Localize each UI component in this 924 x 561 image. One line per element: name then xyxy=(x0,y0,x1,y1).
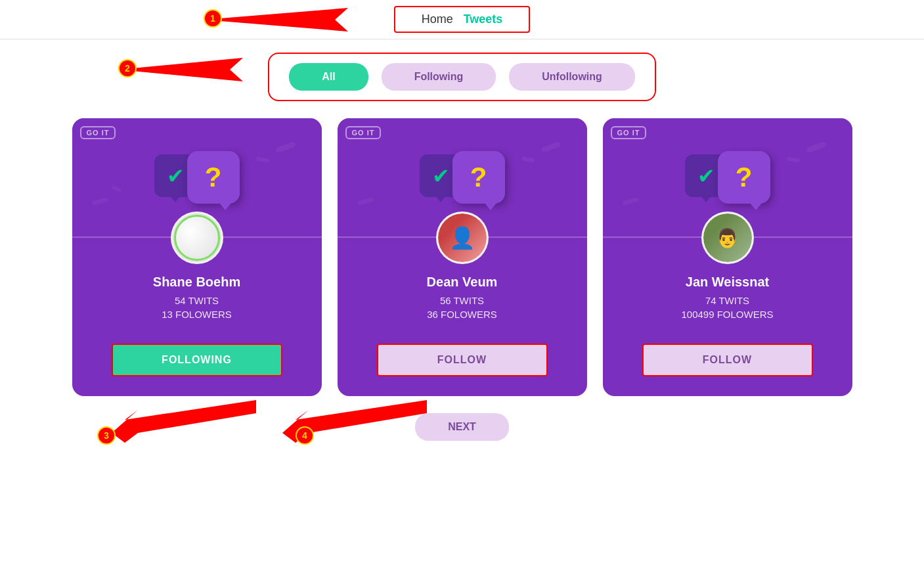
check-mark-1: ✔ xyxy=(432,164,450,189)
arrow-2-indicator xyxy=(118,58,263,81)
quiz-icon-0: ✔ ? xyxy=(154,151,240,204)
card-body-0: Shane Boehm 54 TWITS 13 FOLOWERS xyxy=(72,264,322,333)
card-body-1: Dean Veum 56 TWITS 36 FOLOWERS xyxy=(338,264,587,333)
filter-section: 2 All Following Unfollowing xyxy=(0,39,924,108)
question-mark-1: ? xyxy=(470,162,487,193)
user-card-2: GO IT ✔ ? 👨 Jan Weissnat 74 TWITS 100499… xyxy=(603,118,852,396)
followers-2: 100499 FOLOWERS xyxy=(616,309,839,320)
top-nav: 1 Home Tweets xyxy=(0,0,924,39)
card-footer-2: FOLLOW xyxy=(603,333,852,376)
arrow-1-indicator xyxy=(204,8,374,32)
avatar-egg-0 xyxy=(174,215,220,261)
avatar-wrapper-1: 👤 xyxy=(338,212,587,264)
filter-unfollowing-button[interactable]: Unfollowing xyxy=(509,63,635,91)
nav-home: Home xyxy=(422,12,453,26)
avatar-dean-1: 👤 xyxy=(438,213,487,262)
cards-section: GO IT ✔ ? Shane Boehm 54 TWITS xyxy=(0,108,924,407)
check-mark-2: ✔ xyxy=(697,164,715,189)
goit-badge-1: GO IT xyxy=(345,126,382,139)
twits-1: 56 TWITS xyxy=(351,295,574,306)
card-footer-0: FOLLOWING xyxy=(72,333,322,376)
goit-badge-2: GO IT xyxy=(611,126,647,139)
question-bubble-2: ? xyxy=(718,151,770,204)
avatar-2: 👨 xyxy=(701,212,754,264)
svg-marker-2 xyxy=(112,400,256,443)
next-button[interactable]: NEXT xyxy=(415,413,509,441)
nav-box: Home Tweets xyxy=(394,6,531,33)
avatar-wrapper-0 xyxy=(72,212,322,264)
question-mark-0: ? xyxy=(205,162,222,193)
badge-3: 3 xyxy=(97,426,116,445)
user-card-1: GO IT ✔ ? 👤 Dean Veum 56 TWITS 36 FOLOWE… xyxy=(338,118,587,396)
follow-button-1[interactable]: FOLLOW xyxy=(377,344,548,376)
question-mark-2: ? xyxy=(736,162,753,193)
svg-marker-0 xyxy=(204,8,348,32)
bottom-section: 3 NEXT 4 xyxy=(0,407,924,447)
nav-tweets[interactable]: Tweets xyxy=(464,12,503,26)
check-mark-0: ✔ xyxy=(167,164,185,189)
filter-all-button[interactable]: All xyxy=(289,63,368,91)
follow-button-0[interactable]: FOLLOWING xyxy=(112,344,282,376)
badge-4: 4 xyxy=(296,426,314,445)
goit-badge-0: GO IT xyxy=(80,126,116,139)
user-name-0: Shane Boehm xyxy=(85,275,309,290)
avatar-0 xyxy=(171,212,223,264)
badge-2: 2 xyxy=(118,59,137,78)
user-name-1: Dean Veum xyxy=(351,275,574,290)
follow-button-2[interactable]: FOLLOW xyxy=(642,344,813,376)
twits-2: 74 TWITS xyxy=(616,295,839,306)
followers-0: 13 FOLOWERS xyxy=(85,309,309,320)
avatar-jan-2: 👨 xyxy=(703,213,752,262)
avatar-wrapper-2: 👨 xyxy=(603,212,852,264)
avatar-1: 👤 xyxy=(436,212,489,264)
twits-0: 54 TWITS xyxy=(85,295,309,306)
svg-marker-1 xyxy=(118,58,243,81)
badge-1: 1 xyxy=(204,9,222,28)
question-bubble-0: ? xyxy=(187,151,240,204)
question-bubble-1: ? xyxy=(452,151,505,204)
user-card-0: GO IT ✔ ? Shane Boehm 54 TWITS xyxy=(72,118,322,396)
quiz-icon-2: ✔ ? xyxy=(685,151,770,204)
filter-box: All Following Unfollowing xyxy=(268,53,656,101)
user-name-2: Jan Weissnat xyxy=(616,275,839,290)
filter-following-button[interactable]: Following xyxy=(382,63,496,91)
card-body-2: Jan Weissnat 74 TWITS 100499 FOLOWERS xyxy=(603,264,852,333)
quiz-icon-1: ✔ ? xyxy=(420,151,505,204)
followers-1: 36 FOLOWERS xyxy=(351,309,574,320)
card-footer-1: FOLLOW xyxy=(338,333,587,376)
